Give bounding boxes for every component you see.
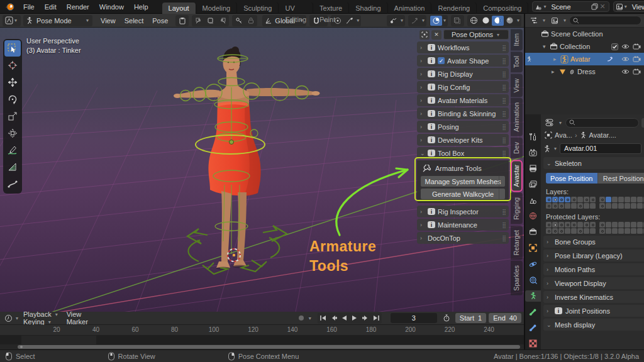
- layer-cell[interactable]: [546, 222, 552, 228]
- shading-rendered-icon[interactable]: [504, 16, 516, 26]
- layer-cell[interactable]: [631, 222, 636, 228]
- layer-cell[interactable]: [552, 222, 558, 228]
- panel-rig-config[interactable]: ›iRig Config⣿: [417, 81, 509, 93]
- scene-selector[interactable]: ▾ Scene ✕: [532, 1, 609, 12]
- properties-tab-tool[interactable]: [525, 131, 541, 142]
- viewport-menu-select[interactable]: Select: [120, 17, 148, 25]
- drag-handle-icon[interactable]: ⣿: [502, 111, 506, 117]
- shading-material-icon[interactable]: [492, 16, 504, 26]
- info-icon[interactable]: i: [428, 44, 435, 51]
- workspace-tab-animation[interactable]: Animation: [388, 3, 432, 14]
- layer-cell[interactable]: [606, 228, 611, 234]
- outliner-row-scene-collection[interactable]: Scene Collection: [525, 28, 644, 40]
- layer-cell[interactable]: [584, 197, 589, 202]
- layer-cell[interactable]: [558, 197, 564, 202]
- layer-cell[interactable]: [571, 197, 577, 202]
- close-icon[interactable]: ✕: [598, 3, 606, 11]
- start-frame-field[interactable]: Start1: [455, 313, 486, 323]
- disclosure-icon[interactable]: ▸: [552, 69, 557, 75]
- panel-docontop[interactable]: ›DocOnTop⣿: [417, 232, 509, 244]
- layer-cell[interactable]: [606, 222, 611, 228]
- info-icon[interactable]: i: [428, 57, 435, 64]
- timeline-scrollbar[interactable]: [1, 344, 523, 349]
- layer-cell[interactable]: [637, 197, 643, 202]
- viewport-menu-view[interactable]: View: [96, 17, 120, 25]
- layer-cell[interactable]: [558, 222, 564, 228]
- drag-handle-icon[interactable]: ⣿: [502, 124, 506, 130]
- workspace-tab-layout[interactable]: Layout: [162, 3, 196, 14]
- menu-window[interactable]: Window: [94, 0, 129, 14]
- layer-cell[interactable]: [590, 222, 596, 228]
- skeleton-panel-header[interactable]: ⌄ Skeleton ⣿: [543, 157, 644, 169]
- properties-editor-icon[interactable]: [543, 118, 555, 128]
- layer-cell[interactable]: [631, 228, 636, 234]
- workspace-tab-rendering[interactable]: Rendering: [431, 3, 477, 14]
- viewlayer-selector[interactable]: ▾ ViewLayer ✕: [613, 1, 644, 12]
- info-icon[interactable]: i: [428, 150, 435, 156]
- layer-cell[interactable]: [599, 228, 605, 234]
- drag-handle-icon[interactable]: ⣿: [502, 209, 506, 215]
- button-generate-walkcycle[interactable]: Generate Walkcycle: [421, 189, 505, 199]
- protected-layers-grid[interactable]: [543, 222, 644, 234]
- layer-cell[interactable]: [637, 222, 643, 228]
- bone-layers-grid[interactable]: [543, 197, 644, 209]
- panel-mesh-display[interactable]: ⌄Mesh display⣿: [543, 319, 644, 331]
- properties-tab-world[interactable]: [525, 211, 541, 222]
- properties-tab-constraints[interactable]: [525, 274, 541, 285]
- panel-checkbox[interactable]: ✓: [438, 57, 445, 64]
- menu-help[interactable]: Help: [129, 0, 153, 14]
- layer-cell[interactable]: [565, 203, 570, 209]
- button-manage-system-meshes[interactable]: Manage System Meshes: [421, 176, 505, 187]
- layer-cell[interactable]: [584, 203, 589, 209]
- info-icon[interactable]: i: [428, 70, 435, 77]
- menu-file[interactable]: File: [18, 0, 40, 14]
- current-frame-field[interactable]: 3: [391, 313, 437, 323]
- npanel-tab-dev[interactable]: Dev: [511, 138, 523, 158]
- layer-cell[interactable]: [631, 197, 636, 202]
- layer-cell[interactable]: [625, 197, 630, 202]
- eye-icon[interactable]: [621, 56, 630, 62]
- paste-pose-icon[interactable]: [192, 16, 204, 26]
- pose-position-button[interactable]: Pose Position: [546, 173, 597, 184]
- panel-developer-kits[interactable]: ›iDeveloper Kits⣿: [417, 134, 509, 146]
- play-reverse-button[interactable]: [339, 313, 350, 324]
- workspace-tab-texture-paint[interactable]: Texture Paint: [313, 3, 349, 14]
- outliner-row-avatar[interactable]: ▸Avatar: [525, 53, 644, 65]
- properties-tab-scene[interactable]: [525, 194, 541, 206]
- properties-tab-render[interactable]: [525, 146, 541, 158]
- next-keyframe-button[interactable]: [360, 313, 371, 324]
- eye-icon[interactable]: [621, 43, 630, 50]
- layer-cell[interactable]: [577, 228, 583, 234]
- layer-cell[interactable]: [590, 203, 596, 209]
- layer-cell[interactable]: [599, 197, 605, 202]
- panel-posing[interactable]: ›iPosing⣿: [417, 121, 509, 133]
- layer-cell[interactable]: [546, 228, 552, 234]
- npanel-tab-tool[interactable]: Tool: [511, 52, 523, 72]
- layer-cell[interactable]: [577, 203, 583, 209]
- shading-solid-icon[interactable]: [480, 16, 492, 26]
- play-button[interactable]: [350, 313, 360, 324]
- tool-annotate[interactable]: [4, 142, 21, 158]
- properties-tab-bone-constraint[interactable]: [525, 322, 541, 333]
- menu-edit[interactable]: Edit: [40, 0, 62, 14]
- layer-cell[interactable]: [612, 228, 618, 234]
- layer-cell[interactable]: [584, 222, 589, 228]
- properties-tab-texture[interactable]: [525, 338, 541, 349]
- drag-handle-icon[interactable]: ⣿: [502, 84, 506, 90]
- key-icon[interactable]: [233, 16, 245, 26]
- panel-binding-skinning[interactable]: ›iBinding & Skinning⣿: [417, 107, 509, 119]
- timeline-menu-playback[interactable]: Playback▾: [19, 310, 63, 318]
- layer-cell[interactable]: [584, 228, 589, 234]
- info-icon[interactable]: i: [428, 136, 435, 143]
- layer-cell[interactable]: [637, 228, 643, 234]
- workspace-tab-sculpting[interactable]: Sculpting: [237, 3, 279, 14]
- npanel-tab-rigging[interactable]: Rigging: [511, 193, 523, 224]
- tool-measure[interactable]: [4, 159, 21, 175]
- layer-cell[interactable]: [612, 203, 618, 209]
- camera-visibility-icon[interactable]: [633, 69, 641, 75]
- paste-x-flipped-icon[interactable]: [216, 16, 228, 26]
- panel-rig-inspector[interactable]: ›iRig Inspector⣿: [417, 206, 509, 217]
- overlays-icon[interactable]: [430, 16, 442, 26]
- panel-motion-paths[interactable]: ›Motion Paths⣿: [543, 263, 644, 275]
- info-icon[interactable]: i: [428, 208, 435, 215]
